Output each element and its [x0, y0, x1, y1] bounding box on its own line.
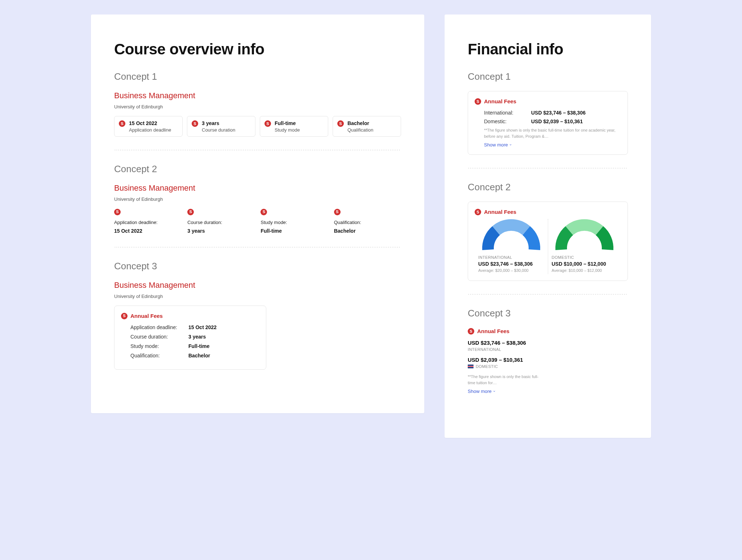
- coin-icon: [187, 209, 194, 215]
- box-header: Annual Fees: [475, 208, 621, 215]
- row-value: Full-time: [188, 343, 209, 349]
- coin-icon: [475, 98, 481, 105]
- fee-row: Domestic: USD $2,039 – $10,361: [475, 119, 621, 124]
- info-column: Course duration: 3 years: [187, 208, 250, 234]
- column-value: Bachelor: [334, 228, 397, 234]
- coin-icon: [475, 209, 481, 215]
- annual-fees-card: Annual Fees International: USD $23,746 –…: [468, 91, 628, 155]
- fee-label: International:: [484, 110, 531, 116]
- info-card-row: 15 Oct 2022 Application deadline 3 years…: [114, 116, 401, 137]
- column-label: Course duration:: [187, 220, 250, 225]
- concept-label: Concept 2: [468, 182, 628, 193]
- info-columns: Application deadline: 15 Oct 2022 Course…: [114, 208, 401, 234]
- gauge-average: Average: $10,000 – $12,000: [552, 268, 618, 273]
- page-title: Financial info: [468, 41, 628, 58]
- concept-label: Concept 3: [468, 308, 628, 319]
- domestic-gauge-col: DOMESTIC USD $10,000 – $12,000 Average: …: [548, 219, 621, 274]
- international-gauge-col: INTERNATIONAL USD $23,746 – $38,306 Aver…: [475, 219, 548, 274]
- coin-icon: [468, 328, 474, 335]
- course-title[interactable]: Business Management: [114, 281, 401, 290]
- column-label: Application deadline:: [114, 220, 177, 225]
- box-row: Course duration: 3 years: [121, 334, 259, 340]
- info-card: 15 Oct 2022 Application deadline: [114, 116, 183, 137]
- row-key: Application deadline:: [130, 324, 188, 330]
- domestic-tag: DOMESTIC: [468, 364, 628, 369]
- row-value: 3 years: [188, 334, 206, 340]
- concept-label: Concept 1: [468, 71, 628, 82]
- header-text: Annual Fees: [477, 328, 509, 334]
- show-more-label: Show more: [484, 142, 508, 148]
- gauge-value: USD $23,746 – $38,306: [478, 261, 544, 267]
- page-title: Course overview info: [114, 41, 401, 58]
- coin-icon: [192, 120, 198, 127]
- box-header-text: Annual Fees: [130, 313, 163, 319]
- show-more-link[interactable]: Show more ›: [468, 389, 495, 394]
- info-card-value: 3 years: [202, 120, 235, 127]
- info-card-value: Bachelor: [347, 120, 374, 127]
- chevron-down-icon: ›: [509, 144, 513, 145]
- box-row: Study mode: Full-time: [121, 343, 259, 349]
- concept-label: Concept 1: [114, 71, 401, 82]
- uk-flag-icon: [468, 365, 474, 368]
- coin-icon: [264, 120, 271, 127]
- column-label: Study mode:: [260, 220, 324, 225]
- coin-icon: [121, 313, 128, 319]
- gauge-row: INTERNATIONAL USD $23,746 – $38,306 Aver…: [475, 217, 621, 274]
- show-more-label: Show more: [468, 389, 492, 394]
- column-value: Full-time: [260, 228, 324, 234]
- annual-fees-header: Annual Fees: [468, 328, 628, 335]
- coin-icon: [337, 120, 344, 127]
- row-key: Qualification:: [130, 353, 188, 358]
- column-value: 15 Oct 2022: [114, 228, 177, 234]
- coin-icon: [334, 209, 341, 215]
- show-more-link[interactable]: Show more ›: [475, 142, 511, 148]
- fee-value: USD $2,039 – $10,361: [531, 119, 583, 124]
- university-name: University of Edinburgh: [114, 294, 401, 299]
- chevron-down-icon: ›: [492, 391, 496, 392]
- box-row: Qualification: Bachelor: [121, 353, 259, 358]
- gauge-tag: INTERNATIONAL: [478, 255, 544, 260]
- box-header-text: Annual Fees: [484, 98, 516, 104]
- gauge-international-icon: [482, 220, 540, 250]
- international-tag: INTERNATIONAL: [468, 347, 628, 352]
- coin-icon: [260, 209, 267, 215]
- info-card: Full-time Study mode: [260, 116, 328, 137]
- gauge-average: Average: $20,000 – $30,000: [478, 268, 544, 273]
- info-card-label: Study mode: [275, 127, 300, 133]
- fee-row: International: USD $23,746 – $38,306: [475, 110, 621, 116]
- info-column: Application deadline: 15 Oct 2022: [114, 208, 177, 234]
- international-value: USD $23,746 – $38,306: [468, 340, 628, 346]
- financial-info-panel: Financial info Concept 1 Annual Fees Int…: [445, 14, 651, 438]
- box-row: Application deadline: 15 Oct 2022: [121, 324, 259, 330]
- info-card-value: Full-time: [275, 120, 300, 127]
- concept-label: Concept 3: [114, 261, 401, 272]
- concept-label: Concept 2: [114, 163, 401, 175]
- column-value: 3 years: [187, 228, 250, 234]
- course-title[interactable]: Business Management: [114, 183, 401, 193]
- info-column: Qualification: Bachelor: [334, 208, 397, 234]
- course-overview-panel: Course overview info Concept 1 Business …: [91, 14, 424, 413]
- course-title[interactable]: Business Management: [114, 91, 401, 100]
- disclaimer-text: **The figure shown is only the basic ful…: [475, 127, 621, 139]
- info-card: Bachelor Qualification: [333, 116, 401, 137]
- info-card-label: Qualification: [347, 127, 374, 133]
- fee-value: USD $23,746 – $38,306: [531, 110, 585, 116]
- divider: [468, 294, 628, 295]
- column-label: Qualification:: [334, 220, 397, 225]
- gauge-tag: DOMESTIC: [552, 255, 618, 260]
- annual-fees-gauge-card: Annual Fees INTERNATIONAL USD $23,746 – …: [468, 202, 628, 281]
- coin-icon: [119, 120, 125, 127]
- info-card-value: 15 Oct 2022: [129, 120, 171, 127]
- gauge-domestic-icon: [555, 220, 613, 250]
- box-header-text: Annual Fees: [484, 209, 516, 215]
- university-name: University of Edinburgh: [114, 104, 401, 109]
- divider: [468, 168, 628, 169]
- info-card: 3 years Course duration: [187, 116, 255, 137]
- divider: [114, 150, 401, 150]
- university-name: University of Edinburgh: [114, 196, 401, 202]
- info-card-label: Course duration: [202, 127, 235, 133]
- divider: [114, 247, 401, 248]
- row-value: 15 Oct 2022: [188, 324, 217, 330]
- domestic-value: USD $2,039 – $10,361: [468, 357, 628, 363]
- annual-fees-box: Annual Fees Application deadline: 15 Oct…: [114, 306, 266, 370]
